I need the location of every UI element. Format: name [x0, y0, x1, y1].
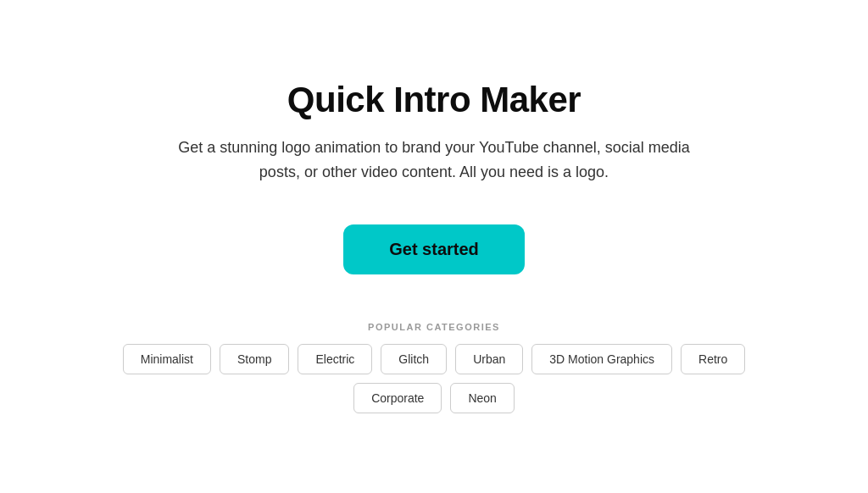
category-tag-glitch[interactable]: Glitch	[381, 344, 447, 374]
category-tag-minimalist[interactable]: Minimalist	[123, 344, 211, 374]
categories-row-2: CorporateNeon	[353, 383, 515, 413]
page-title: Quick Intro Maker	[287, 80, 581, 120]
category-tag-3d-motion-graphics[interactable]: 3D Motion Graphics	[531, 344, 672, 374]
category-tag-neon[interactable]: Neon	[450, 383, 514, 413]
main-container: Quick Intro Maker Get a stunning logo an…	[0, 63, 868, 431]
categories-row-1: MinimalistStompElectricGlitchUrban3D Mot…	[123, 344, 746, 374]
category-tag-urban[interactable]: Urban	[455, 344, 523, 374]
category-tag-corporate[interactable]: Corporate	[353, 383, 442, 413]
get-started-button[interactable]: Get started	[343, 224, 525, 274]
category-tag-stomp[interactable]: Stomp	[220, 344, 289, 374]
category-tag-electric[interactable]: Electric	[298, 344, 372, 374]
categories-label: POPULAR CATEGORIES	[368, 322, 500, 332]
page-subtitle: Get a stunning logo animation to brand y…	[163, 136, 705, 185]
category-tag-retro[interactable]: Retro	[681, 344, 745, 374]
categories-section: POPULAR CATEGORIES MinimalistStompElectr…	[34, 322, 834, 413]
